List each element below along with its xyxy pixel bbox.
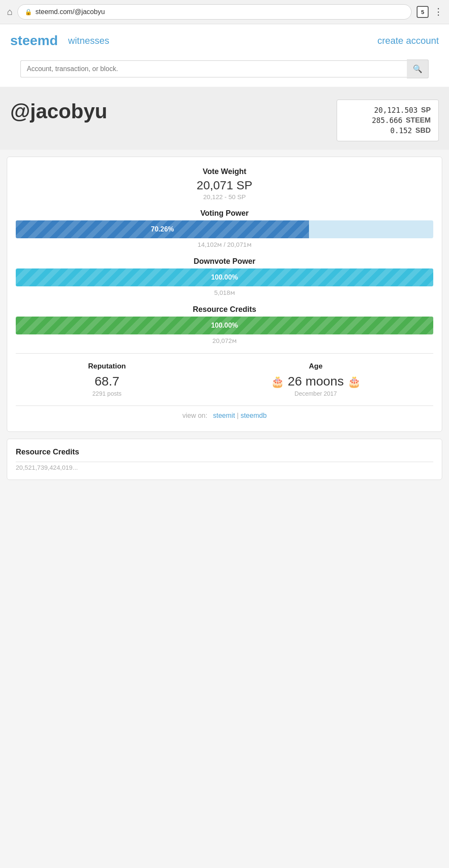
voting-power-sub: 14,102ᴍ / 20,071ᴍ [16,241,433,248]
downvote-power-sub: 5,018ᴍ [16,289,433,297]
browser-chrome: ⌂ 🔒 steemd.com/@jacobyu 5 ⋮ [0,0,449,24]
downvote-power-section: Downvote Power 100.00% 5,018ᴍ [16,257,433,297]
home-icon[interactable]: ⌂ [7,6,12,17]
divider-2 [16,405,433,406]
voting-power-title: Voting Power [16,209,433,218]
reputation-sub: 2291 posts [88,390,126,397]
search-bar: 🔍 [10,55,439,87]
downvote-power-bar: 100.00% [16,268,433,286]
sbd-amount: 0.152 [390,126,412,135]
cake-icon-right: 🎂 [347,375,361,388]
resource-bottom-value: 20,521,739,424,019... [16,464,433,471]
voting-power-section: Voting Power 70.26% 14,102ᴍ / 20,071ᴍ [16,209,433,248]
search-input[interactable] [20,60,407,77]
vote-weight-sub: 20,122 - 50 SP [16,193,433,200]
vote-weight-value: 20,071 SP [16,179,433,192]
age-block: Age 🎂 26 moons 🎂 December 2017 [271,362,361,397]
url-text: steemd.com/@jacobyu [35,8,105,16]
balance-row-sbd: 0.152 SBD [345,126,431,135]
voting-power-fill: 70.26% [16,220,309,238]
vote-weight-title: Vote Weight [16,167,433,176]
create-account-link[interactable]: create account [378,35,439,46]
cake-icon-left: 🎂 [271,375,284,388]
resource-bottom-title: Resource Credits [16,448,433,457]
resource-credits-section: Resource Credits 100.00% 20,072ᴍ [16,305,433,345]
resource-credits-title: Resource Credits [16,305,433,314]
steem-amount: 285.666 [372,116,403,125]
lock-icon: 🔒 [25,9,32,15]
browser-menu-button[interactable]: ⋮ [434,6,442,17]
url-bar[interactable]: 🔒 steemd.com/@jacobyu [17,4,412,20]
rep-age-row: Reputation 68.7 2291 posts Age 🎂 26 moon… [16,362,433,397]
site-header: steemd witnesses create account 🔍 [0,24,449,87]
balance-row-sp: 20,121.503 SP [345,106,431,114]
search-icon: 🔍 [413,64,422,74]
sbd-currency: SBD [415,126,431,135]
sp-amount: 20,121.503 [374,106,418,114]
view-links: view on: steemit | steemdb [16,408,433,421]
age-title: Age [271,362,361,371]
balance-row-steem: 285.666 STEEM [345,116,431,125]
steemdb-link[interactable]: steemdb [240,412,266,419]
sp-currency: SP [421,106,431,114]
vote-weight-section: Vote Weight 20,071 SP 20,122 - 50 SP [16,167,433,200]
age-value: 🎂 26 moons 🎂 [271,374,361,388]
resource-bottom-divider [16,462,433,462]
age-sub: December 2017 [271,390,361,397]
steemit-link[interactable]: steemit [213,412,235,419]
reputation-title: Reputation [88,362,126,371]
view-links-prefix: view on: [182,412,207,419]
reputation-value: 68.7 [88,374,126,388]
downvote-power-title: Downvote Power [16,257,433,266]
site-logo[interactable]: steemd [10,33,58,49]
tabs-badge[interactable]: 5 [417,6,429,18]
resource-credits-sub: 20,072ᴍ [16,337,433,345]
divider [16,353,433,354]
account-name: @jacobyu [10,100,107,123]
reputation-block: Reputation 68.7 2291 posts [88,362,126,397]
resource-bottom-card: Resource Credits 20,521,739,424,019... [7,439,442,480]
account-balances: 20,121.503 SP 285.666 STEEM 0.152 SBD [337,100,439,141]
resource-credits-bar: 100.00% [16,317,433,334]
voting-power-bar: 70.26% [16,220,433,238]
steem-currency: STEEM [406,116,431,125]
witnesses-link[interactable]: witnesses [68,35,109,46]
downvote-power-fill: 100.00% [16,268,433,286]
search-button[interactable]: 🔍 [407,60,429,78]
account-section: @jacobyu 20,121.503 SP 285.666 STEEM 0.1… [0,87,449,150]
stats-card: Vote Weight 20,071 SP 20,122 - 50 SP Vot… [7,157,442,432]
site-nav: steemd witnesses create account [10,33,439,55]
resource-credits-fill: 100.00% [16,317,433,334]
